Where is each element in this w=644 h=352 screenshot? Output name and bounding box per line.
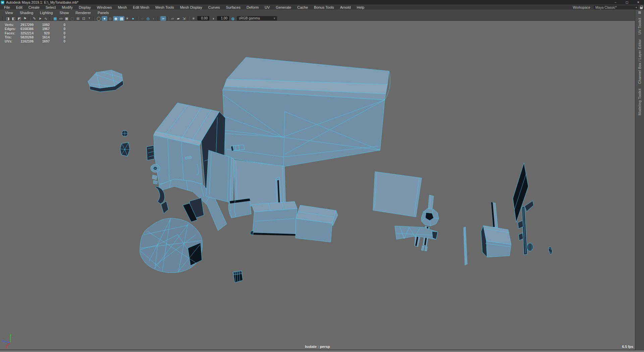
panel-menu-item[interactable]: Shading bbox=[16, 10, 37, 15]
motion-blur-icon[interactable]: ◐ bbox=[151, 16, 157, 21]
menu-item[interactable]: Create bbox=[25, 5, 43, 10]
xray-display-icon[interactable]: ▩ bbox=[119, 16, 124, 21]
menu-item[interactable]: Display bbox=[76, 5, 94, 10]
scene-svg bbox=[0, 21, 635, 350]
workspace-value: Maya Classic* bbox=[595, 6, 616, 9]
lock-icon[interactable] bbox=[640, 7, 643, 9]
menu-item[interactable]: Help bbox=[354, 5, 368, 10]
panel-grid-icon[interactable]: ▦ bbox=[638, 10, 641, 14]
side-tab[interactable]: UV Toolkit bbox=[638, 18, 642, 35]
menu-item[interactable]: Mesh Tools bbox=[152, 5, 177, 10]
part-dark-panel[interactable] bbox=[513, 163, 528, 222]
part-cargo-box[interactable] bbox=[222, 57, 390, 167]
xray-icon[interactable]: ▱ bbox=[170, 16, 175, 21]
grid-icon[interactable]: ▦ bbox=[52, 16, 58, 21]
part-door-panel[interactable] bbox=[206, 150, 234, 204]
part-knob[interactable] bbox=[122, 130, 128, 136]
safe-title-icon[interactable]: T bbox=[87, 16, 92, 21]
separator bbox=[167, 16, 169, 20]
workspace-label: Workspace : bbox=[573, 5, 592, 9]
textured-icon[interactable]: ◍ bbox=[107, 16, 113, 21]
film-gate-icon[interactable]: ▭ bbox=[58, 16, 64, 21]
field-chart-icon[interactable]: ⊞ bbox=[75, 16, 81, 21]
part-pedal-box[interactable] bbox=[481, 202, 511, 257]
camera-attributes-icon[interactable]: ◩ bbox=[16, 16, 22, 21]
lighting-icon[interactable]: ☀ bbox=[124, 16, 130, 21]
menu-item[interactable]: Mesh bbox=[115, 5, 130, 10]
poly-count-hud: Verts: 2917299 1092 0 Edges: 6168386 196… bbox=[5, 23, 65, 44]
main-menus: FileEditCreateSelectModifyDisplayWindows… bbox=[0, 5, 367, 10]
view-axis-gizmo[interactable]: y z x bbox=[2, 334, 16, 348]
menu-item[interactable]: Mesh Display bbox=[177, 5, 205, 10]
bookmark-view-icon[interactable]: ⚑ bbox=[22, 16, 28, 21]
menu-item[interactable]: Windows bbox=[94, 5, 115, 10]
gamma-icon[interactable]: ◍ bbox=[230, 16, 236, 21]
grease-pencil-icon[interactable]: ∿ bbox=[43, 16, 49, 21]
antialiasing-icon[interactable]: ◎ bbox=[145, 16, 151, 21]
maximize-button[interactable]: ▢ bbox=[621, 1, 633, 4]
contrast-icon[interactable]: ◑ bbox=[210, 16, 216, 21]
part-pulley[interactable] bbox=[151, 164, 160, 172]
menu-item[interactable]: Cache bbox=[294, 5, 311, 10]
part-small-disc[interactable] bbox=[548, 246, 553, 254]
contrast-field[interactable]: 1.00 bbox=[217, 16, 229, 20]
maya-window: M Autodesk Maya 2019.1: E:\_MyTona\bake.… bbox=[0, 0, 644, 352]
shaded-icon[interactable]: ● bbox=[102, 16, 107, 21]
menu-item[interactable]: Modify bbox=[59, 5, 75, 10]
part-step-cylinder[interactable] bbox=[228, 198, 251, 218]
view-transform-select[interactable]: sRGB gamma ▾ bbox=[237, 16, 277, 21]
part-dashboard[interactable] bbox=[395, 226, 438, 247]
part-fan-piece[interactable] bbox=[120, 142, 130, 156]
safe-action-icon[interactable]: ⊡ bbox=[81, 16, 87, 21]
image-plane-icon[interactable]: ✎ bbox=[32, 16, 37, 21]
gate-mask-icon[interactable]: ▢ bbox=[69, 16, 75, 21]
resolution-gate-icon[interactable]: ▣ bbox=[64, 16, 69, 21]
occlusion-icon[interactable]: ◌ bbox=[140, 16, 145, 21]
part-small-cylinder[interactable] bbox=[233, 271, 243, 283]
panel-menu-item[interactable]: Renderer bbox=[72, 10, 94, 15]
part-front-tire[interactable] bbox=[140, 218, 203, 273]
part-mirror-plate[interactable] bbox=[147, 145, 154, 160]
part-flat-panel[interactable] bbox=[373, 172, 422, 217]
menu-item[interactable]: Edit Mesh bbox=[130, 5, 152, 10]
hud-row: Tris: 5820268 1614 0 bbox=[5, 36, 65, 40]
wireframe-on-shaded-icon[interactable]: ◉ bbox=[113, 16, 119, 21]
menu-item[interactable]: Deform bbox=[244, 5, 262, 10]
side-tab[interactable]: Channel Box / Layer Editor bbox=[638, 39, 642, 84]
axis-z-label: z bbox=[2, 339, 4, 343]
menu-item[interactable]: Edit bbox=[13, 5, 25, 10]
menu-item[interactable]: Surfaces bbox=[223, 5, 244, 10]
menu-item[interactable]: Arnold bbox=[337, 5, 354, 10]
part-running-board[interactable] bbox=[250, 201, 297, 236]
menu-item[interactable]: Generate bbox=[273, 5, 294, 10]
workspace-area: Workspace : Maya Classic* ▾ bbox=[573, 5, 644, 9]
wireframe-icon[interactable]: ◯ bbox=[96, 16, 102, 21]
workspace-select[interactable]: Maya Classic* ▾ bbox=[594, 5, 638, 9]
side-tab[interactable]: Modeling Toolkit bbox=[638, 89, 642, 115]
fullscreen-icon[interactable]: ⇲ bbox=[181, 16, 187, 21]
menu-item[interactable]: Bonus Tools bbox=[311, 5, 337, 10]
part-roof-cap[interactable] bbox=[88, 70, 123, 92]
select-camera-icon[interactable]: ◨ bbox=[5, 16, 11, 21]
panel-menu-item[interactable]: Lighting bbox=[37, 10, 56, 15]
panel-menu-item[interactable]: View bbox=[2, 10, 16, 15]
menu-item[interactable]: Curves bbox=[205, 5, 223, 10]
shadows-icon[interactable]: ● bbox=[130, 16, 136, 21]
exposure-icon[interactable]: ✳ bbox=[191, 16, 196, 21]
panel-menu-item[interactable]: Panels bbox=[94, 10, 112, 15]
part-crate[interactable] bbox=[296, 205, 338, 242]
part-steering-column[interactable] bbox=[421, 195, 439, 251]
isolate-select-icon[interactable]: ➢ bbox=[160, 16, 166, 21]
viewport-persp[interactable]: Verts: 2917299 1092 0 Edges: 6168386 196… bbox=[0, 21, 635, 350]
xray-joints-icon[interactable]: ▰ bbox=[175, 16, 181, 21]
2d-pan-zoom-icon[interactable]: ➤ bbox=[37, 16, 43, 21]
close-button[interactable]: ✕ bbox=[633, 1, 644, 4]
part-blade-strip[interactable] bbox=[464, 227, 467, 265]
menu-item[interactable]: UV bbox=[262, 5, 273, 10]
menu-item[interactable]: File bbox=[1, 5, 13, 10]
minimize-button[interactable]: – bbox=[610, 1, 621, 4]
panel-menu-item[interactable]: Show bbox=[56, 10, 72, 15]
menu-item[interactable]: Select bbox=[43, 5, 59, 10]
lock-camera-icon[interactable]: ◧ bbox=[11, 16, 16, 21]
exposure-field[interactable]: 0.00 bbox=[197, 16, 209, 20]
